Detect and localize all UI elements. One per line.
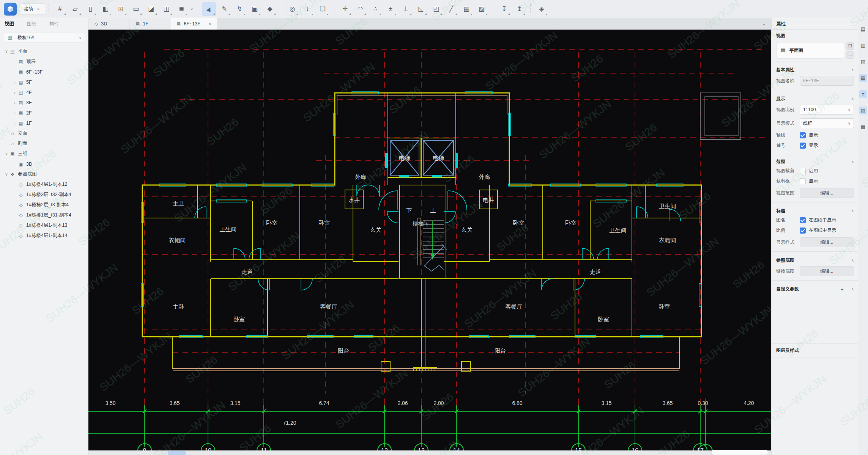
- tab-1f[interactable]: ▤ 1F: [129, 18, 170, 30]
- tree-expand-icon[interactable]: ›: [12, 111, 17, 115]
- drawing-name-checkbox[interactable]: [800, 217, 806, 223]
- view-scale-select[interactable]: 1: 100 ∨: [800, 105, 854, 115]
- export-tool[interactable]: ↥: [512, 2, 526, 16]
- side-dock-icon[interactable]: ▦: [859, 74, 867, 82]
- side-dock-icon[interactable]: ▩: [859, 123, 867, 131]
- side-dock-icon[interactable]: ▧: [859, 58, 867, 66]
- sync-tool[interactable]: ◎: [285, 2, 299, 16]
- add-parameter-icon[interactable]: +: [840, 286, 847, 292]
- discipline-dropdown[interactable]: 建筑 ∨: [20, 3, 45, 15]
- view-crop-checkbox[interactable]: [800, 168, 806, 174]
- sidebar-tree-item[interactable]: ◇ 1#栋楼3层_t32-副本4: [0, 190, 88, 200]
- slab-tool[interactable]: ▭: [129, 2, 143, 16]
- side-dock-icon[interactable]: ▤: [859, 25, 867, 33]
- sidebar-tree-item[interactable]: › ▤ 4F: [0, 87, 88, 97]
- tab-overflow-icon[interactable]: ⌄: [762, 21, 771, 27]
- tree-expand-icon[interactable]: ›: [12, 100, 17, 105]
- tree-expand-icon[interactable]: ›: [12, 80, 17, 85]
- door-tool[interactable]: ◧: [99, 2, 112, 16]
- window-tool[interactable]: ⊞: [114, 2, 128, 16]
- display-section-header[interactable]: 显示 ∧: [772, 93, 858, 103]
- pick-copy-tool[interactable]: ❏: [316, 2, 329, 16]
- tree-expand-icon[interactable]: ∨: [4, 49, 9, 54]
- zoom-pill[interactable]: [711, 450, 768, 455]
- scale-title-checkbox[interactable]: [800, 228, 806, 234]
- wall-tool[interactable]: ▱: [68, 2, 82, 16]
- select-tool[interactable]: ▶: [202, 2, 216, 16]
- array-tool[interactable]: ∴: [369, 2, 382, 16]
- format-paint-tool[interactable]: ✎: [217, 2, 231, 16]
- slope-tool[interactable]: ◺: [414, 2, 428, 16]
- sidebar-tree-item[interactable]: › ▤ 1F: [0, 118, 88, 128]
- tree-expand-icon[interactable]: ›: [12, 90, 17, 95]
- underlay-section-header[interactable]: 参照底图 ∧: [772, 254, 858, 264]
- sidebar-tree-item[interactable]: ◇ 1#楼栋2层_t3-副本4: [0, 200, 88, 210]
- match-tool[interactable]: ↯: [233, 2, 246, 16]
- axis-line-checkbox[interactable]: [800, 132, 806, 138]
- sidebar-tree-item[interactable]: ▤ 顶层: [0, 56, 88, 67]
- sidebar-tree-item[interactable]: ◇ 1#栋楼4层1-副本14: [0, 231, 88, 241]
- spot-elevation-tool[interactable]: ⊥: [399, 2, 413, 16]
- tab-3d[interactable]: ◇ 3D: [88, 18, 129, 30]
- drawing-canvas[interactable]: 外廊 外廊 电梯 电梯 水井 电井 楼梯间 玄关 玄关 主卫 衣帽间 卫生间 卧…: [88, 30, 771, 455]
- sidebar-tab[interactable]: 视图: [5, 21, 14, 27]
- view-name-input[interactable]: 6F~13F: [800, 76, 854, 86]
- side-dock-icon[interactable]: ▨: [859, 107, 867, 115]
- sidebar-tree-item[interactable]: ∨ ❖ 参照底图: [0, 169, 88, 179]
- sidebar-tree-item[interactable]: ▣ 3D: [0, 159, 88, 169]
- beam-tool[interactable]: ◪: [144, 2, 158, 16]
- decal-tool[interactable]: ◈: [535, 2, 548, 16]
- app-logo[interactable]: [4, 3, 17, 16]
- line-tool[interactable]: ╱: [444, 2, 458, 16]
- sidebar-tree-item[interactable]: ∨ ▣ 三维: [0, 149, 88, 159]
- tab-6f-13f[interactable]: ▤ 6F~13F ×: [170, 18, 218, 30]
- sidebar-tab[interactable]: 构件: [49, 21, 59, 27]
- layers-styles-section-header[interactable]: 图层及样式: [772, 343, 858, 358]
- schedule-tool[interactable]: ▦: [460, 2, 473, 16]
- tree-expand-icon[interactable]: ∨: [4, 172, 9, 177]
- tree-expand-icon[interactable]: ›: [12, 121, 17, 126]
- sidebar-tree-item[interactable]: ⌂ 立面: [0, 128, 88, 138]
- sidebar-tree-item[interactable]: ⌂ 剖面: [0, 138, 88, 149]
- close-icon[interactable]: ×: [209, 21, 212, 27]
- sidebar-tree-item[interactable]: ∨ ▤ 平面: [0, 46, 88, 56]
- fill-tool[interactable]: ◆: [263, 2, 277, 16]
- view-range-edit-button[interactable]: 编辑...: [800, 188, 854, 198]
- range-section-header[interactable]: 范围 ∧: [772, 155, 858, 166]
- sidebar-tree-item[interactable]: ▤ 6F~13F: [0, 67, 88, 77]
- duplicate-view-button[interactable]: ❐: [846, 42, 854, 50]
- title-section-header[interactable]: 标题 ∧: [772, 205, 858, 215]
- more-options-button[interactable]: ⋯: [846, 51, 854, 59]
- sidebar-tree-item[interactable]: › ▤ 3F: [0, 97, 88, 108]
- move-tool[interactable]: ✛: [338, 2, 352, 16]
- railing-tool[interactable]: ≣: [175, 2, 188, 16]
- sidebar-tree-item[interactable]: ◇ 1#栋楼4层1-副本13: [0, 220, 88, 231]
- side-dock-icon[interactable]: ▥: [859, 41, 867, 49]
- sidebar-tree-item[interactable]: ◇ 1#栋楼1层_t31-副本4: [0, 210, 88, 220]
- axis-number-checkbox[interactable]: [800, 143, 806, 149]
- region-select-tool[interactable]: ▣: [248, 2, 262, 16]
- opening-tool[interactable]: ◫: [159, 2, 173, 16]
- sidebar-tree-item[interactable]: › ▤ 2F: [0, 108, 88, 118]
- level-tool[interactable]: ±: [384, 2, 397, 16]
- sidebar-tree-item[interactable]: ◇ 1#栋楼4层1-副本12: [0, 179, 88, 190]
- axis-grid-tool[interactable]: #: [53, 2, 67, 16]
- building-selector[interactable]: ▦ 楼栋16# ∨: [3, 33, 85, 42]
- import-tool[interactable]: ↧: [497, 2, 511, 16]
- hatch-tool[interactable]: ▨: [475, 2, 488, 16]
- custom-params-section-header[interactable]: 自定义参数 + ∧: [772, 283, 858, 293]
- basic-props-section-header[interactable]: 基本属性 ∧: [772, 64, 858, 74]
- crop-box-checkbox[interactable]: [800, 178, 806, 184]
- link-underlay-edit-button[interactable]: 编辑...: [800, 266, 854, 276]
- chevron-down-icon[interactable]: ∨: [190, 6, 193, 11]
- side-dock-icon[interactable]: ≡: [859, 90, 867, 98]
- measure-tool[interactable]: ↕: [301, 2, 314, 16]
- sidebar-tab[interactable]: 图纸: [27, 21, 36, 27]
- view-type-card[interactable]: ▤ 平面图: [776, 42, 844, 59]
- sidebar-tree-item[interactable]: › ▤ 5F: [0, 77, 88, 87]
- callout-tool[interactable]: ◰: [429, 2, 443, 16]
- display-style-edit-button[interactable]: 编辑...: [800, 237, 854, 247]
- fillet-tool[interactable]: ◠: [353, 2, 367, 16]
- display-mode-select[interactable]: 线框 ∨: [800, 118, 854, 128]
- column-tool[interactable]: ▯: [83, 2, 97, 16]
